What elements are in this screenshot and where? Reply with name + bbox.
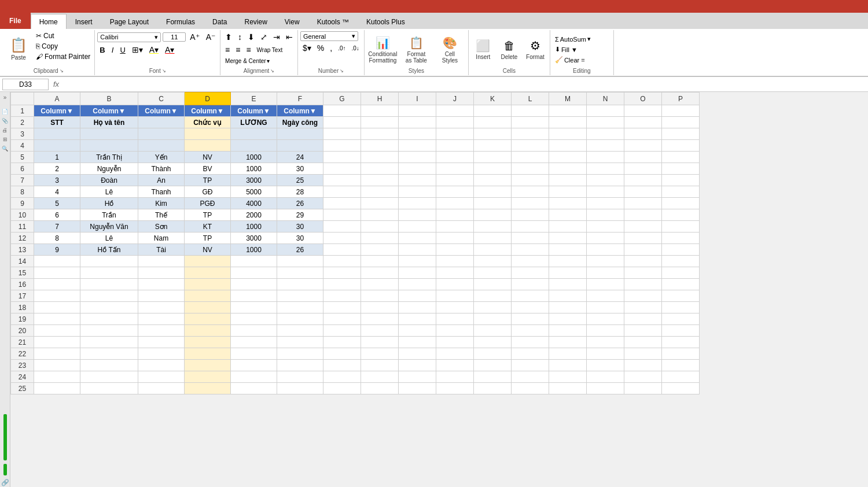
indent-decrease-button[interactable]: ⇤ [284, 31, 295, 43]
cell[interactable] [587, 140, 624, 152]
cell[interactable] [662, 163, 700, 175]
cell[interactable] [185, 279, 231, 290]
cell[interactable] [80, 256, 138, 267]
cell[interactable] [138, 302, 185, 313]
col-header-L[interactable]: L [512, 93, 549, 105]
cell[interactable]: Thành [138, 163, 185, 175]
cell[interactable] [512, 371, 549, 383]
cell[interactable] [361, 244, 399, 256]
sidebar-btn-6[interactable]: 🔍 [2, 146, 8, 152]
cell[interactable] [474, 221, 512, 233]
row-header[interactable]: 18 [11, 302, 34, 313]
col-header-D[interactable]: D [185, 93, 231, 105]
insert-button[interactable]: ⬜ Insert [471, 32, 495, 67]
cell[interactable] [34, 302, 80, 313]
cell[interactable] [138, 383, 185, 394]
cell[interactable]: 30 [277, 221, 323, 233]
col-header-O[interactable]: O [624, 93, 662, 105]
cell[interactable] [512, 209, 549, 221]
cell[interactable] [662, 233, 700, 244]
cell[interactable]: Hồ Tấn [80, 244, 138, 256]
row-header[interactable]: 14 [11, 256, 34, 267]
cell[interactable] [323, 325, 361, 337]
cell[interactable] [399, 302, 436, 313]
italic-button[interactable]: I [109, 45, 116, 56]
cell[interactable] [662, 128, 700, 140]
cell[interactable] [436, 383, 474, 394]
cell[interactable] [624, 105, 662, 117]
row-header[interactable]: 12 [11, 233, 34, 244]
cell[interactable] [587, 302, 624, 313]
cell[interactable] [80, 302, 138, 313]
col-header-M[interactable]: M [549, 93, 587, 105]
cell[interactable]: 2000 [231, 209, 277, 221]
clipboard-expand-icon[interactable]: ↘ [60, 68, 64, 73]
cell[interactable] [436, 140, 474, 152]
cell[interactable]: 4000 [231, 198, 277, 209]
cell[interactable] [624, 279, 662, 290]
cell[interactable] [185, 337, 231, 348]
cell[interactable] [323, 198, 361, 209]
cell[interactable] [323, 360, 361, 371]
cell[interactable] [399, 360, 436, 371]
cell[interactable]: 26 [277, 244, 323, 256]
cell[interactable] [323, 290, 361, 302]
cell[interactable] [323, 371, 361, 383]
align-right-button[interactable]: ≡ [244, 44, 253, 56]
cell[interactable] [474, 348, 512, 360]
cell[interactable]: 28 [277, 186, 323, 198]
cell[interactable] [138, 128, 185, 140]
fill-color-button[interactable]: A▾ [147, 44, 161, 56]
cell[interactable]: 30 [277, 233, 323, 244]
format-button[interactable]: ⚙ Format [523, 32, 547, 67]
wrap-text-button[interactable]: Wrap Text [255, 46, 285, 54]
cell[interactable] [662, 209, 700, 221]
cell[interactable] [323, 348, 361, 360]
cell[interactable] [323, 233, 361, 244]
cell[interactable] [361, 313, 399, 325]
cell[interactable] [436, 325, 474, 337]
cell[interactable] [662, 348, 700, 360]
cell[interactable] [436, 233, 474, 244]
cell[interactable] [662, 290, 700, 302]
cell[interactable] [474, 290, 512, 302]
cell[interactable] [512, 337, 549, 348]
col-header-C[interactable]: C [138, 93, 185, 105]
cell[interactable] [436, 209, 474, 221]
cell[interactable] [549, 186, 587, 198]
cell[interactable]: Đoàn [80, 175, 138, 186]
cell[interactable] [399, 128, 436, 140]
cell[interactable] [138, 256, 185, 267]
sidebar-btn-5[interactable]: ⊞ [3, 136, 8, 142]
cell[interactable] [587, 163, 624, 175]
cell[interactable]: 5000 [231, 186, 277, 198]
cell[interactable] [549, 337, 587, 348]
col-header-H[interactable]: H [361, 93, 399, 105]
cell[interactable] [361, 233, 399, 244]
row-header[interactable]: 7 [11, 175, 34, 186]
cell[interactable] [512, 233, 549, 244]
cell[interactable] [277, 371, 323, 383]
cell[interactable] [361, 175, 399, 186]
cell[interactable] [34, 325, 80, 337]
cell[interactable] [662, 267, 700, 279]
cell[interactable] [624, 360, 662, 371]
cell[interactable] [80, 337, 138, 348]
cell[interactable] [185, 140, 231, 152]
col-header-F[interactable]: F [277, 93, 323, 105]
cell[interactable] [662, 244, 700, 256]
cell[interactable] [138, 117, 185, 128]
cell[interactable]: Tài [138, 244, 185, 256]
cell[interactable] [399, 209, 436, 221]
cell[interactable] [549, 290, 587, 302]
row-header[interactable]: 2 [11, 117, 34, 128]
cell[interactable] [231, 267, 277, 279]
cell[interactable] [185, 128, 231, 140]
cell[interactable] [399, 256, 436, 267]
cell[interactable] [587, 117, 624, 128]
cell[interactable] [361, 140, 399, 152]
cell[interactable] [436, 117, 474, 128]
cell-styles-button[interactable]: 🎨 Cell Styles [434, 32, 466, 67]
cell[interactable] [436, 313, 474, 325]
cell[interactable] [399, 383, 436, 394]
